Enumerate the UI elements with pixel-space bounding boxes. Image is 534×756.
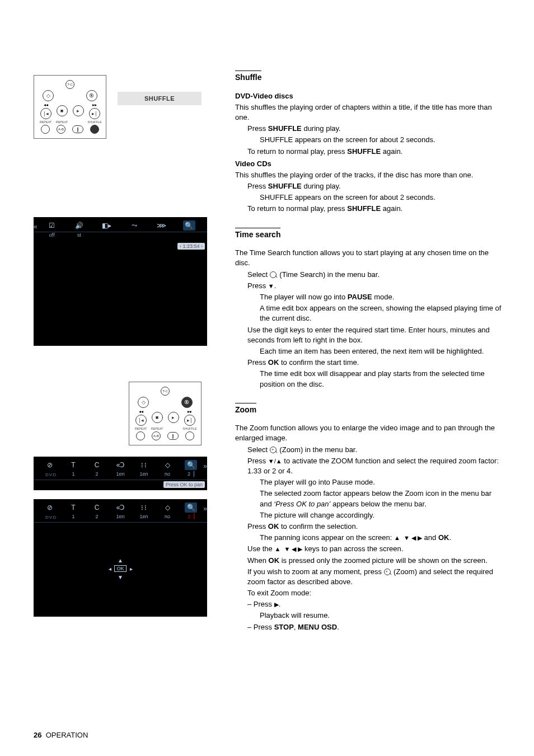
play-icon: ▸ — [73, 105, 84, 116]
dvd-intro: This shuffles the playing order of chapt… — [235, 102, 504, 123]
diamond-icon: ◇ — [43, 90, 54, 101]
zoom-pu-b: keys to pan across the screen. — [302, 544, 403, 553]
repeat-label-4: REPEAT — [151, 427, 164, 430]
row2-val-2: 2 — [90, 514, 104, 520]
zoom-fa-it: ‘Press OK to pan’ — [274, 500, 330, 508]
during-play-2: during play. — [302, 182, 341, 190]
pause-icon: ∥ — [72, 125, 83, 133]
ts-highlight: Each time an item has been entered, the … — [235, 346, 504, 356]
shuffle-appears-1: SHUFFLE appears on the screen for about … — [235, 135, 504, 145]
down-up-arrows-icon: ▼/▲ — [268, 458, 282, 464]
row2-val-6: 2▕ — [184, 514, 198, 520]
return-a-2: To return to normal play, press — [247, 204, 347, 213]
ts-editbox: A time edit box appears on the screen, s… — [235, 303, 504, 323]
shuffle-bold-4: SHUFFLE — [347, 204, 381, 213]
angle-icon: ◇ — [161, 460, 174, 470]
zoom-highlight-icon: ⦿ — [181, 397, 193, 408]
zoom-select-b: (Zoom) in the menu bar. — [278, 445, 357, 454]
zoom-pi-b: and — [422, 533, 438, 542]
remote-diagram-zoom: T-C ◇ ⦿ ◂◂∣◂ ■ ▸ ▸▸▸∣ REPEAT REPEAT SHUF… — [129, 382, 202, 445]
repeat-label-2: REPEAT — [55, 120, 69, 124]
zoom-pu-a: Use the — [247, 544, 274, 553]
audio-icon: «Ɔ — [114, 460, 127, 470]
arrow-right-small-icon: ▸ — [130, 566, 133, 572]
ts-intro: The Time Search function allows you to s… — [235, 248, 504, 268]
zoom-fa-b: appears below the menu bar. — [330, 500, 426, 508]
ts-pause-bold: PAUSE — [348, 293, 372, 301]
down-arrow-icon: ▼ — [268, 283, 274, 289]
zoom-inline-icon-2: + — [384, 568, 392, 576]
arrow-left-icon: « — [34, 223, 38, 231]
subtitle-icon-2: ⫶⫶ — [138, 503, 150, 513]
ab-icon-2: A-B — [152, 431, 161, 440]
row-val-1: 1 — [66, 471, 81, 477]
time-box: ‹ 1:23:54 › — [177, 243, 205, 250]
zoom-intro: The Zoom function allows you to enlarge … — [235, 423, 504, 443]
shuffle-label: SHUFFLE — [88, 120, 101, 124]
section-label: OPERATION — [46, 731, 88, 739]
row2-val-5: no — [160, 514, 175, 520]
zoom-inline-icon-1: + — [270, 446, 278, 454]
press-ok-label: Press OK to pan — [163, 481, 205, 488]
prev-icon: ∣◂ — [40, 108, 51, 119]
globe-icon-2: ⊘ — [44, 503, 56, 513]
zoom-ok-bold-1: OK — [268, 522, 279, 530]
off-label: off — [45, 232, 59, 238]
zoom-okc-a: Press — [247, 522, 268, 530]
timesearch-screen: « ☑ 🔊 ◧▸ ⤳ ⋙ 🔍 off st ‹ 1:23:54 › — [34, 217, 207, 346]
circle-icon-3 — [185, 431, 194, 440]
shuffle-bold-1: SHUFFLE — [268, 124, 302, 133]
shuffle-appears-2: SHUFFLE appears on the screen for about … — [235, 192, 504, 203]
zoom-ps-a: – Press — [247, 623, 274, 631]
during-play-1: during play. — [302, 124, 341, 133]
vcd-head: Video CDs — [235, 159, 504, 169]
zoom-title: Zoom — [235, 403, 256, 416]
dvd-label-1: DVD — [43, 472, 57, 477]
tc-icon-2: T-C — [161, 387, 170, 396]
stop-icon-2: ■ — [152, 412, 163, 423]
globe-icon: ⊘ — [44, 460, 56, 470]
ts-digits: Use the digit keys to enter the required… — [235, 325, 504, 345]
zoom-menu-icon-1: 🔍 — [185, 460, 197, 470]
arrow-down-icon: ▼ — [118, 574, 123, 580]
shuffle-highlight-icon — [90, 125, 99, 134]
zoom-op-a: When — [247, 556, 269, 565]
return-b-1: again. — [381, 147, 402, 156]
arrow-up-icon: ▲ — [118, 557, 123, 564]
shuffle-title: Shuffle — [235, 71, 261, 83]
chapter-icon-2: C — [91, 503, 103, 513]
repeat-label-1: REPEAT — [39, 120, 53, 124]
prev-icon-2: ∣◂ — [135, 415, 147, 426]
zoom-into-pause: The player will go into Pause mode. — [235, 477, 504, 487]
remote-diagram-top: T-C ◇ ⦿ ◂◂∣◂ ■ ▸ ▸▸▸∣ REPEAT REPEAT SHUF… — [34, 75, 106, 139]
play-icon-2: ▸ — [168, 412, 179, 423]
shuffle-label-2: SHUFFLE — [183, 427, 196, 430]
vcd-intro: This shuffles the playing order of the t… — [235, 170, 504, 180]
row-val-2: 2 — [90, 471, 104, 477]
zoom-ok-bold-2: OK — [438, 533, 449, 542]
ab-icon: A-B — [57, 125, 65, 134]
row2-val-4: 1en — [137, 514, 151, 520]
circle-icon-2 — [136, 431, 145, 440]
shuffle-button-label: SHUFFLE — [118, 92, 202, 105]
next-icon-2: ▸∣ — [184, 415, 195, 426]
st-label: st — [72, 232, 87, 238]
return-b-2: again. — [381, 204, 402, 213]
ts-ok-bold: OK — [268, 358, 279, 367]
row-val-3: 1en — [113, 471, 128, 477]
zoom-select-a: Select — [247, 445, 270, 454]
dvd-video-head: DVD-Video discs — [235, 91, 504, 101]
zoom-screen-2: ⊘ T C «Ɔ ⫶⫶ ◇ 🔍 DVD 1 2 1en 1en no 2▕ » … — [34, 499, 207, 617]
zoom-period: . — [337, 623, 339, 631]
arrow-right-icon-1: » — [203, 462, 207, 470]
row-val-5: no — [160, 471, 175, 477]
ts-pause-a: The player will now go into — [260, 293, 348, 301]
arrow-right-icon-2: » — [203, 505, 207, 513]
tc-icon: T-C — [65, 80, 74, 89]
press-shuffle-a: Press — [247, 124, 268, 133]
ok-navigation-widget: ▲ ◂ OK ▸ ▼ — [106, 556, 135, 581]
all-arrows-icon-1: ▲ ▼ ◀ ▶ — [394, 534, 422, 541]
ts-press-down: Press — [247, 281, 268, 290]
zoom-exit: To exit Zoom mode: — [235, 588, 504, 598]
zoom-menu-icon-2: 🔍 — [185, 503, 197, 513]
